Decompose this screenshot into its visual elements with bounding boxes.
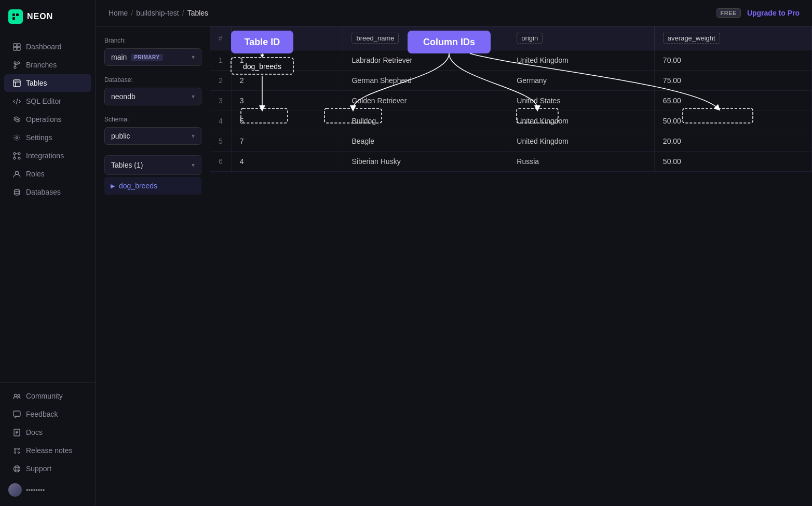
tables-section: Tables (1) ▾ ▶ dog_breeds (104, 155, 201, 195)
svg-line-42 (18, 470, 19, 471)
row-num: 1 (210, 50, 231, 71)
sidebar-label-tables: Tables (26, 79, 47, 87)
table-row: 6 4 Siberian Husky Russia 50.00 (210, 152, 812, 172)
sidebar-item-feedback[interactable]: Feedback (4, 405, 91, 423)
docs-icon (12, 428, 21, 436)
schema-select[interactable]: public ▾ (104, 127, 201, 145)
sidebar-label-feedback: Feedback (26, 410, 58, 418)
col-avg-weight-header: average_weight (654, 26, 811, 50)
logo-area: NEON (0, 0, 96, 33)
branch-label: Branch: (104, 37, 201, 44)
tables-icon (12, 79, 21, 87)
svg-point-33 (14, 452, 16, 453)
svg-point-32 (18, 448, 19, 449)
left-panel: Branch: main PRIMARY ▾ Database: neondb … (96, 26, 210, 506)
sidebar-item-community[interactable]: Community (4, 387, 91, 405)
svg-point-8 (14, 66, 16, 69)
database-select[interactable]: neondb ▾ (104, 88, 201, 105)
sidebar-item-roles[interactable]: Roles (4, 165, 91, 183)
svg-line-14 (16, 99, 18, 104)
svg-point-22 (15, 171, 18, 174)
cell-breed-id: 1 (231, 50, 343, 71)
schema-value: public (111, 132, 130, 140)
cell-avg-weight: 20.00 (654, 131, 811, 152)
branch-group: Branch: main PRIMARY ▾ (104, 37, 201, 66)
sql-icon (12, 97, 21, 105)
sidebar-item-docs[interactable]: Docs (4, 423, 91, 441)
sidebar-item-settings[interactable]: Settings (4, 129, 91, 146)
svg-rect-2 (12, 17, 15, 20)
col-origin-header: origin (508, 26, 655, 50)
content-area: Branch: main PRIMARY ▾ Database: neondb … (96, 26, 812, 506)
tables-header[interactable]: Tables (1) ▾ (104, 155, 201, 175)
breadcrumb-tables[interactable]: Tables (187, 9, 208, 17)
sidebar-item-branches[interactable]: Branches (4, 56, 91, 74)
primary-badge: PRIMARY (131, 54, 163, 61)
svg-line-39 (15, 467, 16, 468)
sidebar-item-operations[interactable]: Operations (4, 111, 91, 128)
right-panel: Table ID Column IDs dog_breeds (210, 26, 812, 506)
cell-avg-weight: 50.00 (654, 152, 811, 172)
sidebar-label-settings: Settings (26, 133, 52, 142)
sidebar-label-community: Community (26, 392, 63, 400)
cell-origin: United Kingdom (508, 111, 655, 131)
roles-icon (12, 170, 21, 178)
sidebar-item-dashboard[interactable]: Dashboard (4, 38, 91, 56)
svg-point-7 (14, 62, 16, 64)
main-area: Home / buildship-test / Tables FREE Upgr… (96, 0, 812, 506)
svg-rect-26 (13, 411, 20, 416)
breadcrumb-project[interactable]: buildship-test (136, 9, 179, 17)
topbar-right: FREE Upgrade to Pro (716, 8, 800, 18)
integrations-icon (12, 152, 21, 160)
breed-name-col-label: breed_name (351, 33, 399, 44)
sidebar: NEON Dashboard (0, 0, 96, 506)
sidebar-item-sql-editor[interactable]: SQL Editor (4, 92, 91, 110)
row-num: 2 (210, 71, 231, 91)
svg-rect-3 (13, 44, 17, 47)
sidebar-label-release-notes: Release notes (26, 446, 73, 455)
cell-breed-name: Labrador Retriever (343, 50, 508, 71)
free-badge: FREE (716, 8, 741, 18)
cell-avg-weight: 75.00 (654, 71, 811, 91)
cell-avg-weight: 50.00 (654, 111, 811, 131)
cell-origin: United Kingdom (508, 50, 655, 71)
user-name: •••••••• (26, 486, 45, 494)
cell-origin: Germany (508, 71, 655, 91)
breadcrumb-home[interactable]: Home (109, 9, 128, 17)
branch-select[interactable]: main PRIMARY ▾ (104, 48, 201, 66)
svg-point-16 (13, 153, 16, 155)
svg-point-24 (14, 394, 17, 396)
sidebar-label-operations: Operations (26, 115, 61, 124)
table-item-dog-breeds[interactable]: ▶ dog_breeds (104, 177, 201, 195)
svg-point-9 (18, 62, 20, 64)
sidebar-item-tables[interactable]: Tables (4, 74, 91, 92)
upgrade-button[interactable]: Upgrade to Pro (747, 9, 800, 17)
breed-id-col-label: breed_id (240, 33, 276, 44)
table-row: 5 7 Beagle United Kingdom 20.00 (210, 131, 812, 152)
table-row: 2 2 German Shepherd Germany 75.00 (210, 71, 812, 91)
table-item-chevron-icon: ▶ (111, 183, 115, 189)
cell-breed-id: 2 (231, 71, 343, 91)
origin-col-label: origin (517, 33, 543, 44)
svg-rect-11 (13, 80, 20, 87)
sidebar-item-databases[interactable]: Databases (4, 183, 91, 201)
breadcrumb: Home / buildship-test / Tables (109, 9, 208, 17)
svg-point-25 (18, 394, 20, 396)
svg-point-34 (18, 452, 19, 453)
svg-line-40 (18, 467, 19, 468)
tables-header-label: Tables (1) (111, 161, 143, 169)
database-chevron-icon: ▾ (192, 93, 195, 100)
feedback-icon (12, 410, 21, 418)
sidebar-item-release-notes[interactable]: Release notes (4, 442, 91, 459)
sidebar-nav: Dashboard Branches (0, 33, 96, 382)
database-label: Database: (104, 76, 201, 84)
data-table: # breed_id breed_name origin av (210, 26, 812, 172)
user-area[interactable]: •••••••• (0, 478, 96, 502)
svg-rect-6 (17, 47, 20, 50)
schema-chevron-icon: ▾ (192, 132, 195, 140)
svg-rect-1 (16, 13, 19, 16)
release-notes-icon (12, 446, 21, 455)
sidebar-item-support[interactable]: Support (4, 460, 91, 477)
sidebar-item-integrations[interactable]: Integrations (4, 147, 91, 165)
table-header-row: # breed_id breed_name origin av (210, 26, 812, 50)
